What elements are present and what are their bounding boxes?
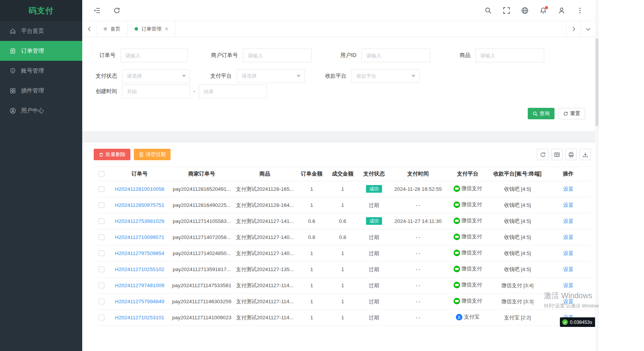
reset-button-label: 重置 [570, 110, 580, 117]
order-no-link[interactable]: H2024112710255102 [115, 266, 164, 272]
sidebar-item-label: 插件管理 [21, 87, 44, 94]
column-header-time: 支付时间 [390, 167, 446, 181]
order-no-link[interactable]: H2024112797509854 [115, 250, 164, 256]
user-id-input[interactable] [361, 49, 430, 62]
filter-label: 商户订单号 [203, 52, 243, 59]
row-checkbox[interactable] [99, 299, 104, 304]
settings-link[interactable]: 设置 [563, 218, 574, 224]
settings-link[interactable]: 设置 [563, 234, 574, 240]
collect-platform: 收钱吧 [4:5] [489, 213, 546, 229]
refresh-icon[interactable] [113, 6, 120, 14]
row-checkbox[interactable] [99, 250, 104, 256]
column-header-product: 商品 [233, 167, 296, 181]
product-input[interactable] [475, 49, 544, 62]
pay-platform-label: 微信支付 [462, 201, 482, 208]
settings-link[interactable]: 设置 [563, 283, 574, 288]
sidebar-item-orders[interactable]: 订单管理 [0, 41, 82, 61]
collect-platform-select[interactable]: 收款平台 [351, 69, 420, 83]
header-right [484, 6, 595, 14]
merchant-order-no: pay2024112713591817... [170, 262, 233, 278]
notification-icon[interactable] [539, 6, 547, 14]
clear-expired-button[interactable]: 清空过期 [134, 149, 171, 160]
row-checkbox[interactable] [99, 315, 104, 320]
pay-platform-label: 微信支付 [462, 185, 482, 192]
order-no-link[interactable]: H2024112710099571 [115, 234, 164, 240]
settings-link[interactable]: 设置 [563, 299, 574, 304]
settings-link[interactable]: 设置 [563, 266, 574, 272]
fullscreen-icon[interactable] [503, 6, 510, 14]
batch-delete-button[interactable]: 批量删除 [94, 149, 130, 160]
pay-platform-icon: 支 [454, 185, 460, 192]
row-checkbox[interactable] [99, 202, 104, 208]
order-no-input[interactable] [120, 49, 188, 62]
order-no-link[interactable]: H2024112710253101 [115, 315, 164, 320]
sidebar-item-home[interactable]: 平台首页 [0, 21, 82, 41]
filter-label: 订单号 [91, 52, 120, 59]
export-icon[interactable] [579, 149, 591, 160]
filter-merchant-order-no: 商户订单号 [203, 49, 312, 62]
tabs-scroll-left-icon[interactable] [82, 21, 97, 37]
order-no-link[interactable]: H2024112810010056 [115, 186, 164, 192]
pay-platform-select[interactable]: 请选择 [237, 69, 305, 83]
column-header-platform: 支付平台 [446, 167, 489, 181]
tab-order-management[interactable]: 订单管理 [128, 21, 176, 37]
merchant-order-no: pay202411271146303259 [170, 294, 233, 310]
print-icon[interactable] [565, 149, 577, 160]
settings-link[interactable]: 设置 [563, 202, 574, 208]
row-checkbox[interactable] [99, 234, 104, 240]
create-time-end-input[interactable] [199, 84, 267, 98]
sidebar-item-plugins[interactable]: 插件管理 [0, 81, 82, 101]
select-all-checkbox[interactable] [99, 171, 104, 177]
search-button[interactable]: 查询 [528, 108, 555, 119]
order-icon [10, 48, 16, 54]
notification-dot [545, 6, 548, 9]
tab-close-icon[interactable] [165, 27, 168, 31]
row-checkbox[interactable] [99, 186, 104, 192]
sidebar-item-accounts[interactable]: 账号管理 [0, 61, 82, 81]
order-amount: 0.8 [296, 229, 327, 245]
pay-time: - - [390, 278, 446, 294]
tabs-scroll-right-icon[interactable] [566, 21, 581, 37]
order-no-link[interactable]: H2024112797481009 [115, 283, 164, 288]
select-placeholder: 请选择 [127, 73, 142, 80]
row-checkbox[interactable] [99, 283, 104, 288]
tab-home[interactable]: 首页 [97, 21, 128, 37]
more-icon[interactable] [576, 6, 584, 14]
order-table-panel: 批量删除 清空过期 [82, 143, 595, 351]
settings-link[interactable]: 设置 [563, 250, 574, 256]
order-no-link[interactable]: H2024112757994849 [115, 299, 164, 304]
row-checkbox[interactable] [99, 218, 104, 224]
filter-panel: 订单号 商户订单号 用户ID 商品 支付状态 [82, 37, 595, 131]
column-header-collect: 收款平台[账号:终端] [489, 167, 546, 181]
collect-platform: 收钱吧 [4:5] [489, 262, 546, 278]
tabs-menu-icon[interactable] [581, 21, 595, 37]
product-name: 支付测试20241127-114... [233, 278, 296, 294]
pay-time: - - [390, 229, 446, 245]
vertical-scrollbar[interactable] [595, 0, 599, 351]
create-time-start-input[interactable] [122, 84, 190, 98]
collapse-menu-icon[interactable] [93, 6, 101, 14]
language-icon[interactable] [521, 6, 529, 14]
pay-platform-label: 支付宝 [464, 314, 480, 320]
settings-link[interactable]: 设置 [563, 186, 574, 192]
reset-button[interactable]: 重置 [558, 108, 585, 119]
plugin-icon [10, 88, 16, 94]
scrollbar-thumb[interactable] [595, 38, 598, 126]
select-all-header [94, 167, 109, 181]
paid-amount: 1 [327, 262, 358, 278]
pay-platform: 支 微信支付 [454, 217, 482, 224]
order-no-link[interactable]: H2024112753981029 [115, 218, 164, 224]
app-logo[interactable]: 码支付 [0, 0, 82, 21]
search-icon[interactable] [484, 6, 492, 14]
user-icon[interactable] [558, 6, 565, 14]
row-checkbox[interactable] [99, 266, 104, 272]
order-no-link[interactable]: H2024112850975751 [115, 202, 164, 208]
columns-icon[interactable] [551, 149, 563, 160]
pay-status-select[interactable]: 请选择 [122, 69, 190, 83]
merchant-order-no-input[interactable] [243, 49, 312, 62]
table-refresh-icon[interactable] [537, 149, 548, 160]
filter-user-id: 用户ID [332, 49, 430, 62]
sidebar-item-user-center[interactable]: 用户中心 [0, 101, 82, 120]
pay-time: - - [390, 245, 446, 262]
order-table: 订单号 商家订单号 商品 订单金额 成交金额 支付状态 支付时间 支付平台 收款… [94, 167, 591, 326]
